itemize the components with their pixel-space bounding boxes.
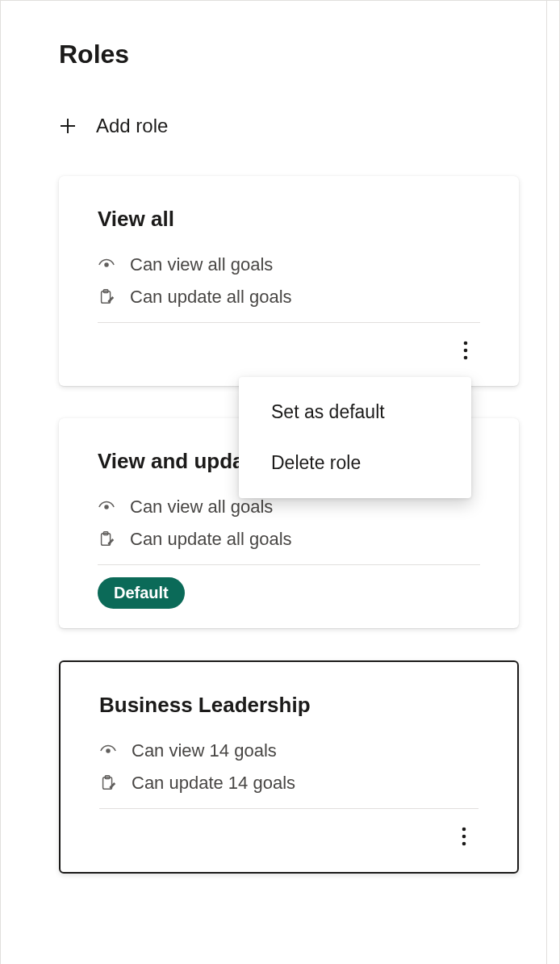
divider (98, 564, 480, 565)
permission-view-row: Can view all goals (98, 254, 480, 275)
svg-point-6 (464, 349, 468, 353)
card-footer (98, 333, 480, 368)
svg-point-7 (464, 356, 468, 360)
permission-update-row: Can update all goals (98, 287, 480, 308)
clipboard-edit-icon (99, 774, 117, 792)
divider (99, 808, 479, 809)
permission-view-label: Can view all goals (130, 497, 273, 518)
right-gutter (546, 1, 559, 964)
permission-update-row: Can update 14 goals (99, 773, 479, 794)
page-title: Roles (59, 40, 519, 69)
context-menu: Set as default Delete role (239, 377, 471, 498)
eye-icon (98, 498, 115, 516)
clipboard-edit-icon (98, 530, 115, 548)
role-title: Business Leadership (99, 693, 479, 718)
menu-set-default[interactable]: Set as default (239, 387, 471, 438)
permission-update-label: Can update all goals (130, 529, 292, 550)
permission-update-label: Can update 14 goals (132, 773, 295, 794)
permission-view-label: Can view 14 goals (132, 740, 277, 761)
svg-point-5 (464, 342, 468, 346)
roles-panel: Roles Add role View all Can vie (0, 0, 560, 964)
svg-point-16 (462, 842, 466, 846)
svg-point-15 (462, 835, 466, 839)
permission-update-label: Can update all goals (130, 287, 292, 308)
add-role-label: Add role (96, 115, 168, 137)
default-badge: Default (98, 577, 185, 609)
more-options-button[interactable] (449, 822, 479, 851)
svg-point-11 (107, 749, 110, 752)
svg-point-8 (105, 505, 108, 509)
role-card[interactable]: View all Can view all goals (59, 176, 519, 386)
permission-update-row: Can update all goals (98, 529, 480, 550)
role-title: View all (98, 207, 480, 232)
permission-view-row: Can view all goals (98, 497, 480, 518)
add-role-button[interactable]: Add role (59, 115, 519, 137)
svg-point-2 (105, 263, 108, 266)
clipboard-edit-icon (98, 288, 115, 306)
divider (98, 322, 480, 323)
permission-view-label: Can view all goals (130, 254, 273, 275)
plus-icon (59, 117, 77, 135)
eye-icon (99, 742, 117, 760)
menu-delete-role[interactable]: Delete role (239, 438, 471, 488)
card-footer (99, 819, 479, 854)
eye-icon (98, 256, 115, 274)
more-options-button[interactable] (451, 336, 480, 365)
svg-point-14 (462, 828, 466, 832)
role-card[interactable]: Business Leadership Can view 14 goals (59, 660, 519, 874)
permission-view-row: Can view 14 goals (99, 740, 479, 761)
card-footer: Default (98, 575, 480, 610)
